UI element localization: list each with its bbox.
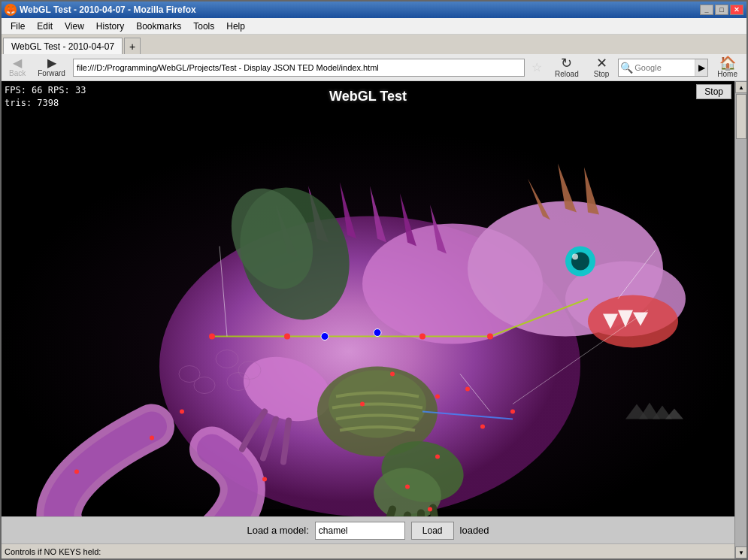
webgl-page-title: WebGL Test: [329, 89, 407, 104]
fps-counter: FPS: 66 RPS: 33 tris: 7398: [5, 84, 86, 110]
forward-button[interactable]: ▶ Forward: [33, 56, 70, 79]
browser-window: 🦊 WebGL Test - 2010-04-07 - Mozilla Fire…: [0, 0, 748, 560]
bookmark-star[interactable]: ☆: [528, 59, 546, 77]
toolbar: ◀ Back ▶ Forward file:///D:/Programming/…: [2, 54, 746, 81]
tris-text: tris: 7398: [5, 97, 86, 110]
svg-point-50: [262, 477, 267, 482]
loaded-status: loaded: [460, 525, 489, 536]
load-model-label: Load a model:: [247, 525, 308, 536]
search-area: 🔍 ▶: [618, 59, 708, 77]
svg-point-48: [150, 436, 154, 440]
menu-file[interactable]: File: [5, 20, 31, 33]
firefox-icon: 🦊: [5, 4, 17, 16]
window-title: WebGL Test - 2010-04-07 - Mozilla Firefo…: [20, 5, 196, 15]
menu-bookmarks[interactable]: Bookmarks: [130, 20, 187, 33]
fps-text: FPS: 66 RPS: 33: [5, 84, 86, 97]
svg-point-49: [74, 470, 79, 474]
back-button[interactable]: ◀ Back: [5, 56, 30, 79]
stop-overlay: Stop: [696, 84, 731, 99]
webgl-stop-button[interactable]: Stop: [696, 84, 731, 99]
scroll-down-button[interactable]: ▼: [735, 546, 746, 558]
svg-point-32: [209, 334, 215, 340]
tab-label: WebGL Test - 2010-04-07: [11, 41, 114, 52]
minimize-button[interactable]: _: [700, 5, 713, 15]
svg-point-38: [390, 372, 395, 377]
scroll-thumb[interactable]: [736, 94, 746, 139]
titlebar: 🦊 WebGL Test - 2010-04-07 - Mozilla Fire…: [2, 2, 746, 18]
svg-point-44: [435, 455, 440, 459]
menubar: File Edit View History Bookmarks Tools H…: [2, 18, 746, 35]
search-submit-button[interactable]: ▶: [695, 59, 707, 76]
model-name-input[interactable]: [315, 522, 405, 540]
search-engine-icon: 🔍: [619, 62, 634, 74]
statusbar: Controls if NO KEYS held:: [2, 543, 734, 558]
menu-view[interactable]: View: [59, 20, 90, 33]
svg-point-41: [465, 387, 470, 392]
svg-point-45: [405, 485, 410, 489]
tabbar: WebGL Test - 2010-04-07 +: [2, 35, 746, 54]
svg-point-51: [321, 333, 329, 341]
menu-help[interactable]: Help: [220, 20, 251, 33]
bottom-bar: Load a model: Load loaded: [2, 516, 734, 543]
menu-history[interactable]: History: [90, 20, 130, 33]
svg-point-6: [588, 295, 678, 348]
webgl-canvas[interactable]: FPS: 66 RPS: 33 tris: 7398 WebGL Test St…: [2, 81, 734, 516]
svg-point-47: [180, 410, 184, 414]
new-tab-button[interactable]: +: [124, 38, 141, 54]
search-input[interactable]: [634, 63, 695, 72]
close-button[interactable]: ✕: [730, 5, 743, 15]
scroll-track[interactable]: [735, 93, 746, 546]
controls-hint: Controls if NO KEYS held:: [5, 547, 101, 556]
svg-point-42: [510, 410, 515, 414]
load-model-button[interactable]: Load: [411, 522, 454, 540]
address-text: file:///D:/Programming/WebGL/Projects/Te…: [77, 63, 521, 72]
svg-point-15: [572, 254, 578, 260]
svg-point-36: [419, 334, 425, 340]
svg-point-33: [284, 334, 290, 340]
maximize-button[interactable]: □: [715, 5, 728, 15]
right-scrollbar: ▲ ▼: [734, 81, 746, 558]
browser-tab[interactable]: WebGL Test - 2010-04-07: [3, 38, 123, 54]
svg-point-52: [374, 329, 381, 337]
scroll-up-button[interactable]: ▲: [735, 81, 746, 93]
home-button[interactable]: 🏠 Home: [711, 55, 743, 80]
stop-button[interactable]: ✕ Stop: [588, 55, 616, 80]
svg-point-37: [487, 334, 493, 340]
title-buttons: _ □ ✕: [700, 5, 743, 15]
main-content: FPS: 66 RPS: 33 tris: 7398 WebGL Test St…: [2, 81, 734, 558]
address-bar[interactable]: file:///D:/Programming/WebGL/Projects/Te…: [73, 59, 525, 77]
svg-point-43: [480, 425, 485, 429]
menu-tools[interactable]: Tools: [187, 20, 220, 33]
svg-point-40: [435, 395, 440, 399]
svg-point-39: [360, 402, 365, 407]
menu-edit[interactable]: Edit: [31, 20, 59, 33]
dragon-scene: [2, 81, 734, 516]
reload-button[interactable]: ↻ Reload: [549, 55, 585, 80]
content-row: FPS: 66 RPS: 33 tris: 7398 WebGL Test St…: [2, 81, 746, 558]
svg-point-46: [428, 507, 432, 512]
